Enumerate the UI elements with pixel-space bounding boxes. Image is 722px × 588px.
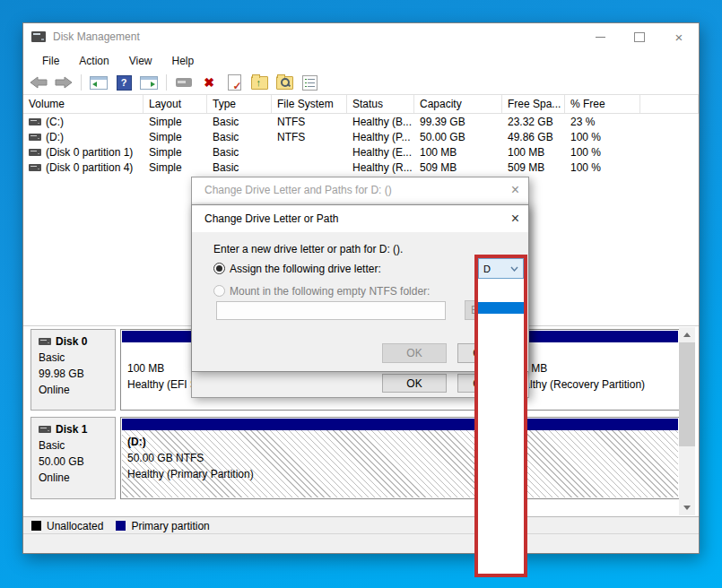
table-row[interactable]: (Disk 0 partition 4) Simple Basic Health… [23,160,699,175]
tasklist-button[interactable] [300,74,319,91]
drive-letter-option[interactable] [478,314,524,325]
scrollbar-thumb[interactable] [679,342,695,446]
column-header[interactable]: File System [272,95,347,113]
drive-letter-option[interactable] [478,526,524,538]
legend-swatch [31,521,41,531]
drive-letter-option[interactable] [478,350,524,361]
vertical-scrollbar[interactable] [679,327,695,515]
drive-letter-option[interactable] [478,373,524,385]
outer-dialog-title: Change Drive Letter and Paths for D: () [204,184,392,196]
chevron-down-icon [510,266,518,272]
inner-dialog-titlebar[interactable]: Change Drive Letter or Path × [192,205,528,232]
assign-drive-letter-radio[interactable] [213,263,225,274]
inner-ok-button[interactable]: OK [382,343,447,363]
folder-up-icon: ↑ [251,76,268,90]
back-button[interactable] [29,74,48,91]
column-header[interactable]: Capacity [414,95,502,113]
help-icon: ? [117,75,132,91]
properties-button[interactable] [174,74,194,91]
drive-letter-option[interactable] [478,397,524,409]
column-header[interactable]: Volume [23,95,144,113]
drive-letter-option[interactable] [478,444,524,455]
drive-letter-option[interactable] [478,432,524,444]
volume-drive-icon [29,118,41,125]
console-tree-button[interactable] [89,74,109,91]
outer-ok-button[interactable]: OK [382,374,447,393]
drive-letter-option[interactable] [478,514,524,526]
drive-letter-option[interactable] [478,420,524,432]
menu-item[interactable]: File [32,53,69,69]
toolbar: ? ✖ ↑ [23,71,699,95]
drive-letter-option[interactable] [478,385,524,396]
minimize-button[interactable] [580,23,620,50]
drive-letter-option[interactable] [478,480,524,491]
drive-letter-option[interactable] [478,503,524,514]
drive-letter-option[interactable] [478,468,524,480]
back-arrow-icon [30,76,48,89]
drive-letter-option[interactable] [478,302,524,314]
column-header[interactable]: % Free [565,95,640,113]
drive-letter-option[interactable] [478,326,524,338]
delete-x-icon: ✖ [204,76,214,89]
disk0-partition-recovery[interactable]: 509 MB Healthy (Recovery Partition) [503,329,680,411]
close-button[interactable]: × [659,23,699,50]
column-header[interactable]: Type [207,95,272,113]
column-header-filler [640,95,699,113]
forward-button[interactable] [54,74,74,91]
drive-letter-dropdown-annotation: D [474,255,527,577]
partition-color-bar [122,419,678,430]
mount-folder-input[interactable] [216,301,446,320]
drive-letter-combobox[interactable]: D [478,258,524,279]
forward-arrow-icon [55,76,73,89]
help-button[interactable]: ? [114,74,134,91]
close-icon[interactable]: × [511,211,519,227]
check-document-icon [228,74,241,91]
disk1-label-panel[interactable]: Disk 1 Basic 50.00 GB Online [30,417,116,499]
open-button[interactable]: ↑ [249,74,269,91]
drive-letter-option[interactable] [478,562,524,574]
disk0-label-panel[interactable]: Disk 0 Basic 99.98 GB Online [30,329,116,411]
drive-letter-option[interactable] [478,491,524,503]
dialog-prompt: Enter a new drive letter or path for D: … [213,243,403,255]
drive-letter-option[interactable] [478,338,524,350]
column-header[interactable]: Free Spa... [502,95,565,113]
toolbar-separator [166,74,167,91]
table-row[interactable]: (Disk 0 partition 1) Simple Basic Health… [23,144,699,160]
drive-letter-option[interactable] [478,455,524,467]
menu-item[interactable]: Action [69,53,118,69]
console-detail-button[interactable] [139,74,159,91]
delete-button[interactable]: ✖ [199,74,219,91]
disk1-partition-d[interactable]: (D:) 50.00 GB NTFS Healthy (Primary Part… [120,417,680,499]
mount-folder-radio[interactable] [213,285,225,297]
explore-button[interactable] [274,74,294,91]
drive-letter-option[interactable] [478,550,524,562]
disk1-type: Basic [39,439,115,452]
titlebar[interactable]: Disk Management × [23,23,699,50]
column-header[interactable]: Status [347,95,414,113]
drive-letter-option[interactable] [478,361,524,373]
drive-letter-option[interactable] [478,409,524,420]
column-header[interactable]: Layout [144,95,207,113]
folder-search-icon [276,76,293,90]
disk0-size: 99.98 GB [39,368,115,380]
task-list-icon [302,75,318,91]
close-icon[interactable]: × [511,182,519,198]
maximize-button[interactable] [620,23,659,50]
drive-letter-option[interactable] [478,279,524,290]
drive-letter-option[interactable] [478,290,524,302]
partition-color-bar [505,331,678,342]
disk1-status: Online [39,471,115,484]
menu-item[interactable]: View [119,53,162,69]
app-drive-icon [31,31,46,42]
table-row[interactable]: (C:) Simple Basic NTFS Healthy (B... 99.… [23,114,699,129]
chevron-up-icon [683,333,691,337]
disk1-row: Disk 1 Basic 50.00 GB Online (D:) 50.00 … [30,417,680,499]
scroll-down-button[interactable] [679,500,695,515]
combobox-value: D [483,264,491,274]
outer-dialog-titlebar[interactable]: Change Drive Letter and Paths for D: () … [192,177,528,203]
rescan-button[interactable] [224,74,244,91]
menu-item[interactable]: Help [162,53,204,69]
table-row[interactable]: (D:) Simple Basic NTFS Healthy (P... 50.… [23,129,699,144]
scroll-up-button[interactable] [679,327,695,342]
drive-letter-option[interactable] [478,538,524,549]
